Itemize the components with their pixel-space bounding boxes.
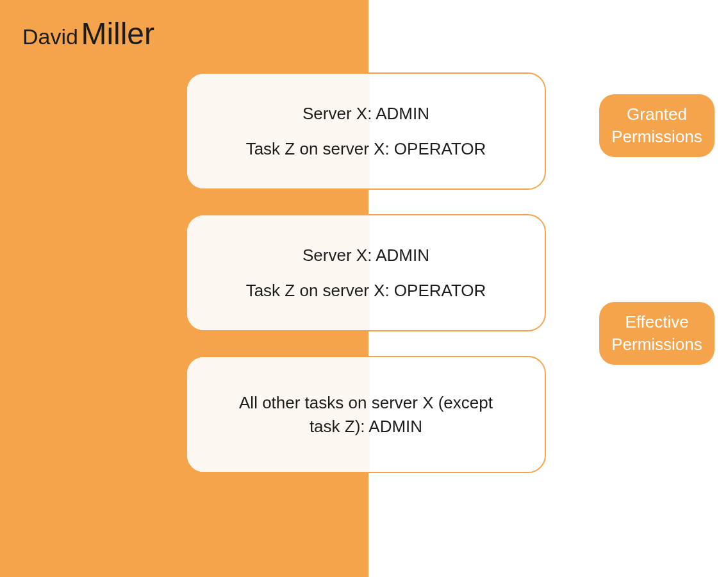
granted-permissions-box: Server X: ADMIN Task Z on server X: OPER…: [186, 72, 546, 190]
effective-permissions-tag: Effective Permissions: [599, 302, 715, 365]
user-name: David Miller: [22, 16, 154, 51]
diagram-container: David Miller Server X: ADMIN Task Z on s…: [0, 0, 728, 577]
user-first-name: David: [22, 24, 78, 49]
effective-tag-text: Effective Permissions: [611, 311, 702, 356]
user-last-name: Miller: [81, 17, 154, 51]
granted-permissions-tag: Granted Permissions: [599, 94, 715, 157]
effective1-line-2: Task Z on server X: OPERATOR: [246, 279, 486, 302]
granted-tag-text: Granted Permissions: [611, 103, 702, 148]
granted-line-1: Server X: ADMIN: [302, 102, 429, 125]
effective2-line-1: All other tasks on server X (except task…: [231, 391, 500, 438]
effective-permissions-box-1: Server X: ADMIN Task Z on server X: OPER…: [186, 214, 546, 331]
effective1-line-1: Server X: ADMIN: [302, 244, 429, 267]
effective-permissions-box-2: All other tasks on server X (except task…: [186, 356, 546, 473]
granted-line-2: Task Z on server X: OPERATOR: [246, 137, 486, 160]
